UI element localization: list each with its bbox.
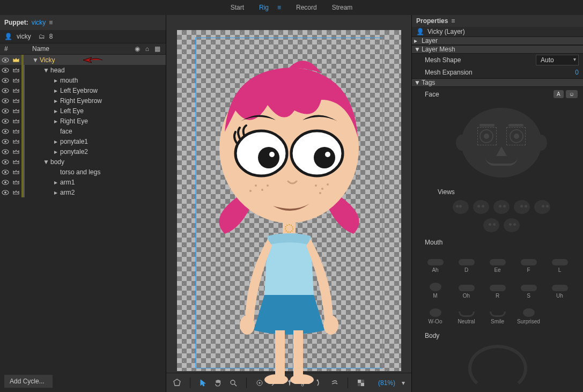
visibility-icon[interactable]	[0, 78, 11, 83]
viseme-oh[interactable]: Oh	[452, 275, 481, 299]
visibility-icon[interactable]	[0, 88, 11, 93]
viseme-s[interactable]: S	[514, 275, 543, 299]
visibility-icon[interactable]	[0, 159, 11, 165]
viseme-ah[interactable]: Ah	[421, 249, 450, 273]
view-down[interactable]	[483, 218, 499, 232]
visibility-icon[interactable]	[0, 180, 11, 185]
twisty-icon[interactable]: ▸	[53, 117, 59, 125]
visibility-icon[interactable]	[0, 129, 11, 134]
viseme-m[interactable]: M	[421, 275, 450, 299]
twisty-icon[interactable]: ▸	[53, 148, 59, 156]
twisty-icon[interactable]: ▸	[53, 107, 59, 115]
mode-tabs: Start Rig ≡ Record Stream	[0, 0, 583, 15]
crown-icon[interactable]	[11, 119, 21, 124]
visibility-icon[interactable]	[0, 190, 11, 195]
grid-icon[interactable]: ▦	[154, 45, 160, 53]
crown-icon[interactable]	[11, 88, 21, 93]
section-tags[interactable]: ▼Tags	[412, 78, 583, 87]
body-diagram[interactable]	[468, 345, 527, 392]
layer-rows[interactable]: ▼Vicky▼head▸mouth▸Left Eyebrow▸Right Eye…	[0, 55, 166, 375]
face-auto-button[interactable]: A	[554, 90, 564, 98]
layer-row[interactable]: ▸arm1	[0, 177, 166, 187]
viseme-w-oo[interactable]: W-Oo	[421, 301, 450, 324]
viseme-ee[interactable]: Ee	[483, 249, 512, 273]
visibility-icon[interactable]	[0, 139, 11, 144]
crown-icon[interactable]	[11, 98, 21, 103]
viseme-f[interactable]: F	[514, 249, 543, 273]
view-left-profile[interactable]	[453, 200, 469, 214]
twisty-icon[interactable]: ▸	[53, 189, 59, 196]
view-right-quarter[interactable]	[514, 200, 530, 214]
layer-row[interactable]: torso and legs	[0, 167, 166, 177]
crown-icon[interactable]	[11, 108, 21, 114]
tab-record[interactable]: Record	[296, 4, 317, 11]
properties-menu-icon[interactable]: ≡	[451, 17, 455, 25]
tab-start[interactable]: Start	[231, 4, 244, 11]
view-left-quarter[interactable]	[473, 200, 489, 214]
layer-row[interactable]: ▸arm2	[0, 187, 166, 197]
viseme-d[interactable]: D	[452, 249, 481, 273]
crown-icon[interactable]	[11, 149, 21, 154]
twisty-icon[interactable]: ▼	[32, 56, 39, 64]
viseme-neutral[interactable]: Neutral	[452, 301, 481, 324]
view-front[interactable]	[493, 200, 510, 214]
layer-row[interactable]: ▸ponytale2	[0, 146, 166, 157]
twisty-icon[interactable]: ▸	[53, 77, 59, 84]
viseme-l[interactable]: L	[545, 249, 574, 273]
layer-row[interactable]: face	[0, 126, 166, 136]
add-cycle-button[interactable]: Add Cycle...	[4, 375, 53, 388]
visibility-icon[interactable]	[0, 68, 11, 73]
mesh-shape-dropdown[interactable]: Auto	[536, 55, 579, 65]
viseme-surprised[interactable]: Surprised	[514, 301, 543, 324]
crown-icon[interactable]	[11, 180, 21, 185]
viseme-smile[interactable]: Smile	[483, 301, 512, 324]
layer-row[interactable]: ▸mouth	[0, 75, 166, 85]
visibility-icon[interactable]	[0, 169, 11, 175]
crown-icon[interactable]	[11, 57, 21, 63]
crown-icon[interactable]	[11, 169, 21, 175]
twisty-icon[interactable]: ▸	[53, 87, 59, 94]
camera-icon[interactable]: ⌂	[145, 45, 149, 53]
crown-icon[interactable]	[11, 129, 21, 134]
crown-icon[interactable]	[11, 190, 21, 195]
viseme-uh[interactable]: Uh	[545, 275, 574, 299]
visibility-icon[interactable]	[0, 98, 11, 103]
puppet-name-link[interactable]: vicky	[32, 19, 46, 26]
twisty-icon[interactable]: ▸	[53, 138, 59, 145]
visibility-icon[interactable]	[0, 108, 11, 114]
twisty-icon[interactable]: ▸	[53, 179, 59, 186]
mesh-expansion-value[interactable]: 0	[575, 69, 579, 76]
layer-row[interactable]: ▼Vicky	[0, 55, 166, 65]
face-diagram[interactable]	[456, 102, 547, 183]
record-icon[interactable]: ◉	[135, 45, 140, 53]
crown-icon[interactable]	[11, 139, 21, 144]
layer-row[interactable]: ▼body	[0, 157, 166, 167]
section-layer-mesh[interactable]: ▼Layer Mesh	[412, 45, 583, 54]
rig-menu-icon[interactable]: ≡	[277, 4, 281, 11]
visibility-icon[interactable]	[0, 119, 11, 124]
crown-icon[interactable]	[11, 68, 21, 73]
tab-rig[interactable]: Rig	[259, 4, 269, 11]
crown-icon[interactable]	[11, 159, 21, 165]
section-layer[interactable]: ▸Layer	[412, 36, 583, 45]
layer-row[interactable]: ▼head	[0, 65, 166, 75]
tab-stream[interactable]: Stream	[332, 4, 353, 11]
puppet-menu-icon[interactable]: ≡	[49, 19, 53, 26]
twisty-icon[interactable]: ▼	[43, 66, 49, 74]
layer-row[interactable]: ▸ponytale1	[0, 136, 166, 146]
layer-row[interactable]: ▸Right Eyebrow	[0, 95, 166, 106]
layer-row[interactable]: ▸Left Eye	[0, 106, 166, 116]
viseme-r[interactable]: R	[483, 275, 512, 299]
view-right-profile[interactable]	[534, 200, 550, 214]
visibility-icon[interactable]	[0, 149, 11, 154]
canvas[interactable]	[166, 15, 411, 373]
face-smile-button[interactable]: ☺	[566, 90, 578, 98]
zoom-dropdown-icon[interactable]: ▾	[402, 379, 405, 387]
layer-row[interactable]: ▸Right Eye	[0, 116, 166, 126]
twisty-icon[interactable]: ▼	[43, 158, 49, 166]
twisty-icon[interactable]: ▸	[53, 97, 59, 105]
visibility-icon[interactable]	[0, 57, 11, 63]
crown-icon[interactable]	[11, 78, 21, 83]
view-up[interactable]	[504, 218, 520, 232]
layer-row[interactable]: ▸Left Eyebrow	[0, 85, 166, 95]
